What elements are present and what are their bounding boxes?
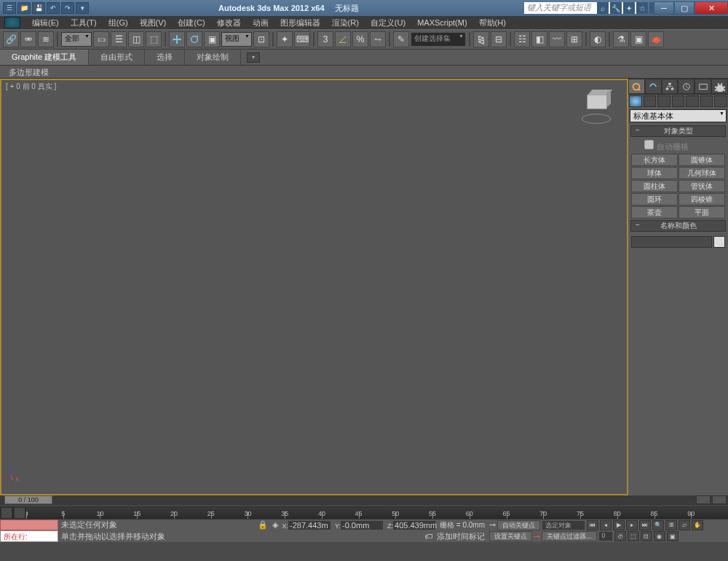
window-crossing-icon[interactable]: ⬚ xyxy=(146,31,162,47)
new-icon[interactable]: ☰ xyxy=(3,2,16,14)
spacewarps-icon[interactable] xyxy=(700,95,713,107)
graphite-icon[interactable]: ◧ xyxy=(531,31,547,47)
cameras-icon[interactable] xyxy=(672,95,685,107)
coord-y[interactable]: -0.0mm xyxy=(341,521,383,530)
viewport-label[interactable]: [ + 0 前 0 真实 ] xyxy=(6,82,56,92)
macro-recorder[interactable]: 所在行: xyxy=(0,530,58,542)
name-color-rollout[interactable]: 名称和颜色 xyxy=(630,220,726,232)
category-dropdown[interactable]: 标准基本体 xyxy=(630,109,727,122)
create-长方体[interactable]: 长方体 xyxy=(631,154,678,166)
qat-dropdown-icon[interactable]: ▾ xyxy=(76,2,89,14)
track-ruler[interactable]: 051015202530354045505560657075808590 xyxy=(26,507,728,519)
utilities-tab[interactable] xyxy=(711,79,728,94)
trackbar-mode-icon[interactable] xyxy=(14,507,25,519)
spinner-snap-icon[interactable]: ⥊ xyxy=(370,31,386,47)
mirror-icon[interactable]: ⧎ xyxy=(473,31,489,47)
percent-snap-icon[interactable]: % xyxy=(352,31,368,47)
menu-自定义(U)[interactable]: 自定义(U) xyxy=(365,17,411,28)
zoom-icon[interactable]: 🔍 xyxy=(652,520,664,530)
systems-icon[interactable] xyxy=(714,95,727,107)
favorite-icon[interactable]: ☆ xyxy=(636,2,648,14)
bind-spacewarp-icon[interactable]: ≋ xyxy=(38,31,54,47)
menu-图形编辑器[interactable]: 图形编辑器 xyxy=(274,17,326,28)
goto-start-icon[interactable]: ⏮ xyxy=(587,520,598,530)
isolate-icon[interactable]: ◈ xyxy=(272,520,278,530)
set-key-button[interactable]: 设置关键点 xyxy=(489,531,532,541)
material-editor-icon[interactable]: ◐ xyxy=(590,31,606,47)
display-tab[interactable] xyxy=(695,79,711,94)
zoom-extents-icon[interactable]: ⬚ xyxy=(628,531,639,541)
snap-toggle-icon[interactable]: 3 xyxy=(317,31,333,47)
nav-icon-1[interactable] xyxy=(696,495,711,504)
add-time-tag[interactable]: 添加时间标记 xyxy=(437,531,485,542)
pivot-center-icon[interactable]: ⊡ xyxy=(253,31,269,47)
ref-coord-dropdown[interactable]: 视图 xyxy=(221,32,252,47)
create-平面[interactable]: 平面 xyxy=(678,206,725,219)
fov-icon[interactable]: ▱ xyxy=(678,520,690,530)
coord-x[interactable]: -287.443m xyxy=(288,521,331,530)
lock-selection-icon[interactable]: 🔒 xyxy=(258,520,268,530)
poly-modeling-panel[interactable]: 多边形建模 xyxy=(0,66,728,79)
pan-icon[interactable]: ✋ xyxy=(692,520,703,530)
viewcube[interactable] xyxy=(582,95,612,125)
select-scale-icon[interactable]: ▣ xyxy=(204,31,220,47)
undo-icon[interactable]: ↶ xyxy=(47,2,60,14)
menu-组(G)[interactable]: 组(G) xyxy=(103,17,134,28)
named-selection-dropdown[interactable]: 创建选择集 xyxy=(411,32,466,47)
ribbon-tab-0[interactable]: Graphite 建模工具 xyxy=(0,50,89,65)
coord-z[interactable]: 405.439mm xyxy=(393,521,435,530)
key-target-field[interactable]: 选定对象 xyxy=(542,520,585,530)
key-filters-button[interactable]: 关键点过滤器... xyxy=(542,531,597,541)
lights-icon[interactable] xyxy=(657,95,670,107)
ribbon-tab-1[interactable]: 自由形式 xyxy=(89,50,145,65)
zoom-all-icon[interactable]: ⊞ xyxy=(665,520,677,530)
create-圆柱体[interactable]: 圆柱体 xyxy=(631,180,678,192)
key-icon[interactable]: ⊸ xyxy=(489,520,496,530)
maximize-button[interactable]: ▢ xyxy=(674,1,695,15)
helpers-icon[interactable] xyxy=(686,95,699,107)
select-object-icon[interactable]: ▭ xyxy=(93,31,109,47)
motion-tab[interactable] xyxy=(678,79,695,94)
create-四棱锥[interactable]: 四棱锥 xyxy=(678,193,725,205)
ribbon-expand-icon[interactable]: ▾ xyxy=(247,52,260,63)
open-icon[interactable]: 📁 xyxy=(17,2,31,14)
rendered-frame-icon[interactable]: ▣ xyxy=(630,31,646,47)
minimize-button[interactable]: ─ xyxy=(654,1,674,15)
trackbar-toggle-icon[interactable] xyxy=(1,507,12,519)
render-setup-icon[interactable]: ⚗ xyxy=(613,31,629,47)
select-move-icon[interactable] xyxy=(169,31,185,47)
create-管状体[interactable]: 管状体 xyxy=(678,180,725,192)
goto-end-icon[interactable]: ⏭ xyxy=(639,520,651,530)
close-button[interactable]: ✕ xyxy=(695,1,728,15)
create-球体[interactable]: 球体 xyxy=(631,167,678,179)
create-茶壶[interactable]: 茶壶 xyxy=(631,206,678,219)
search-icon[interactable]: ⌕ xyxy=(597,2,609,14)
align-icon[interactable]: ⊟ xyxy=(491,31,507,47)
create-tab[interactable] xyxy=(628,79,645,94)
object-color-swatch[interactable] xyxy=(713,236,725,248)
schematic-view-icon[interactable]: ⊞ xyxy=(566,31,582,47)
orbit-icon[interactable]: ◉ xyxy=(654,531,665,541)
menu-工具(T)[interactable]: 工具(T) xyxy=(65,17,103,28)
viewport[interactable]: [ + 0 前 0 真实 ] z└ x xyxy=(0,79,628,495)
angle-snap-icon[interactable] xyxy=(335,31,351,47)
modify-tab[interactable] xyxy=(645,79,662,94)
menu-MAXScript(M)[interactable]: MAXScript(M) xyxy=(411,17,472,28)
timetag-icon[interactable]: 🏷 xyxy=(424,532,432,541)
ribbon-tab-3[interactable]: 对象绘制 xyxy=(185,50,241,65)
geometry-icon[interactable] xyxy=(629,95,642,107)
create-圆环[interactable]: 圆环 xyxy=(631,193,678,205)
time-slider-handle[interactable]: 0 / 100 xyxy=(4,495,52,504)
zoom-extents-all-icon[interactable]: ⊡ xyxy=(641,531,652,541)
link-icon[interactable]: 🔗 xyxy=(3,31,19,47)
shapes-icon[interactable] xyxy=(644,95,657,107)
save-icon[interactable]: 💾 xyxy=(32,2,45,14)
maximize-viewport-icon[interactable]: ▣ xyxy=(667,531,678,541)
curve-editor-icon[interactable]: 〰 xyxy=(549,31,565,47)
next-frame-icon[interactable]: ▸ xyxy=(626,520,638,530)
auto-key-button[interactable]: 自动关键点 xyxy=(497,520,540,530)
create-几何球体[interactable]: 几何球体 xyxy=(678,167,725,179)
hierarchy-tab[interactable] xyxy=(662,79,678,94)
menu-动画[interactable]: 动画 xyxy=(247,17,274,28)
exchange-icon[interactable]: ✦ xyxy=(623,2,635,14)
